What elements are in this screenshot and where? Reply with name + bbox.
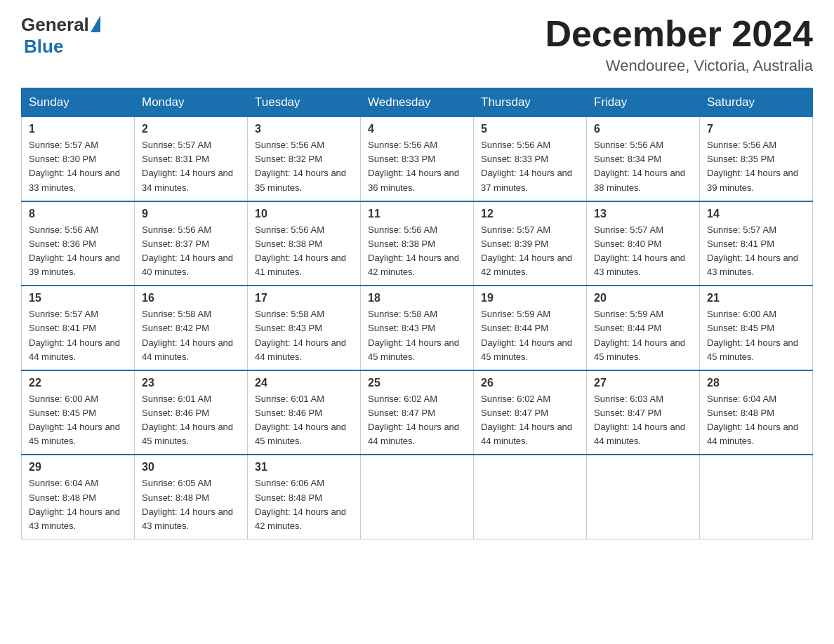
table-row: 27Sunrise: 6:03 AMSunset: 8:47 PMDayligh… <box>587 370 700 455</box>
day-number: 21 <box>707 292 805 304</box>
location-subtitle: Wendouree, Victoria, Australia <box>545 57 813 75</box>
day-number: 11 <box>368 208 466 220</box>
calendar-header-row: Sunday Monday Tuesday Wednesday Thursday… <box>22 88 813 117</box>
day-info: Sunrise: 5:56 AMSunset: 8:35 PMDaylight:… <box>707 138 805 195</box>
table-row: 2Sunrise: 5:57 AMSunset: 8:31 PMDaylight… <box>135 117 248 201</box>
day-number: 16 <box>142 292 240 304</box>
day-info: Sunrise: 5:56 AMSunset: 8:36 PMDaylight:… <box>29 223 127 280</box>
calendar-week-1: 1Sunrise: 5:57 AMSunset: 8:30 PMDaylight… <box>22 117 813 201</box>
table-row: 17Sunrise: 5:58 AMSunset: 8:43 PMDayligh… <box>248 286 361 370</box>
day-info: Sunrise: 5:56 AMSunset: 8:33 PMDaylight:… <box>368 138 466 195</box>
day-info: Sunrise: 5:56 AMSunset: 8:38 PMDaylight:… <box>255 223 353 280</box>
table-row: 8Sunrise: 5:56 AMSunset: 8:36 PMDaylight… <box>22 201 135 286</box>
table-row <box>700 455 813 539</box>
day-info: Sunrise: 5:56 AMSunset: 8:32 PMDaylight:… <box>255 138 353 195</box>
table-row: 26Sunrise: 6:02 AMSunset: 8:47 PMDayligh… <box>474 370 587 455</box>
calendar-table: Sunday Monday Tuesday Wednesday Thursday… <box>21 88 813 539</box>
day-number: 26 <box>481 377 579 389</box>
day-number: 30 <box>142 461 240 474</box>
day-info: Sunrise: 5:56 AMSunset: 8:34 PMDaylight:… <box>594 138 692 195</box>
header-saturday: Saturday <box>700 88 813 117</box>
day-number: 5 <box>481 123 579 135</box>
day-number: 25 <box>368 377 466 389</box>
header-friday: Friday <box>587 88 700 117</box>
table-row: 21Sunrise: 6:00 AMSunset: 8:45 PMDayligh… <box>700 286 813 370</box>
day-info: Sunrise: 5:59 AMSunset: 8:44 PMDaylight:… <box>481 307 579 364</box>
day-number: 7 <box>707 123 805 135</box>
day-info: Sunrise: 6:02 AMSunset: 8:47 PMDaylight:… <box>481 392 579 449</box>
day-info: Sunrise: 6:00 AMSunset: 8:45 PMDaylight:… <box>29 392 127 449</box>
day-info: Sunrise: 6:04 AMSunset: 8:48 PMDaylight:… <box>29 476 127 533</box>
day-number: 10 <box>255 208 353 220</box>
day-info: Sunrise: 5:57 AMSunset: 8:31 PMDaylight:… <box>142 138 240 195</box>
table-row: 18Sunrise: 5:58 AMSunset: 8:43 PMDayligh… <box>361 286 474 370</box>
calendar-week-4: 22Sunrise: 6:00 AMSunset: 8:45 PMDayligh… <box>22 370 813 455</box>
table-row <box>361 455 474 539</box>
day-number: 23 <box>142 377 240 389</box>
table-row: 23Sunrise: 6:01 AMSunset: 8:46 PMDayligh… <box>135 370 248 455</box>
logo: General Blue <box>21 14 100 58</box>
table-row: 5Sunrise: 5:56 AMSunset: 8:33 PMDaylight… <box>474 117 587 201</box>
table-row: 31Sunrise: 6:06 AMSunset: 8:48 PMDayligh… <box>248 455 361 539</box>
table-row: 1Sunrise: 5:57 AMSunset: 8:30 PMDaylight… <box>22 117 135 201</box>
day-info: Sunrise: 6:01 AMSunset: 8:46 PMDaylight:… <box>142 392 240 449</box>
page-header: General Blue December 2024 Wendouree, Vi… <box>21 14 813 75</box>
day-number: 3 <box>255 123 353 135</box>
table-row: 25Sunrise: 6:02 AMSunset: 8:47 PMDayligh… <box>361 370 474 455</box>
day-info: Sunrise: 6:00 AMSunset: 8:45 PMDaylight:… <box>707 307 805 364</box>
title-area: December 2024 Wendouree, Victoria, Austr… <box>545 14 813 75</box>
day-number: 9 <box>142 208 240 220</box>
table-row: 4Sunrise: 5:56 AMSunset: 8:33 PMDaylight… <box>361 117 474 201</box>
calendar-week-5: 29Sunrise: 6:04 AMSunset: 8:48 PMDayligh… <box>22 455 813 539</box>
table-row: 7Sunrise: 5:56 AMSunset: 8:35 PMDaylight… <box>700 117 813 201</box>
day-number: 13 <box>594 208 692 220</box>
day-number: 6 <box>594 123 692 135</box>
day-info: Sunrise: 5:57 AMSunset: 8:41 PMDaylight:… <box>707 223 805 280</box>
day-info: Sunrise: 5:58 AMSunset: 8:43 PMDaylight:… <box>255 307 353 364</box>
day-number: 12 <box>481 208 579 220</box>
day-number: 22 <box>29 377 127 389</box>
table-row: 28Sunrise: 6:04 AMSunset: 8:48 PMDayligh… <box>700 370 813 455</box>
day-number: 4 <box>368 123 466 135</box>
day-info: Sunrise: 5:57 AMSunset: 8:39 PMDaylight:… <box>481 223 579 280</box>
table-row: 15Sunrise: 5:57 AMSunset: 8:41 PMDayligh… <box>22 286 135 370</box>
table-row: 12Sunrise: 5:57 AMSunset: 8:39 PMDayligh… <box>474 201 587 286</box>
header-sunday: Sunday <box>22 88 135 117</box>
table-row: 16Sunrise: 5:58 AMSunset: 8:42 PMDayligh… <box>135 286 248 370</box>
calendar-week-2: 8Sunrise: 5:56 AMSunset: 8:36 PMDaylight… <box>22 201 813 286</box>
day-info: Sunrise: 5:58 AMSunset: 8:42 PMDaylight:… <box>142 307 240 364</box>
header-monday: Monday <box>135 88 248 117</box>
day-info: Sunrise: 5:56 AMSunset: 8:33 PMDaylight:… <box>481 138 579 195</box>
day-info: Sunrise: 6:02 AMSunset: 8:47 PMDaylight:… <box>368 392 466 449</box>
calendar-week-3: 15Sunrise: 5:57 AMSunset: 8:41 PMDayligh… <box>22 286 813 370</box>
day-info: Sunrise: 6:06 AMSunset: 8:48 PMDaylight:… <box>255 476 353 533</box>
month-year-title: December 2024 <box>545 14 813 54</box>
day-info: Sunrise: 6:04 AMSunset: 8:48 PMDaylight:… <box>707 392 805 449</box>
logo-triangle-icon <box>91 15 100 32</box>
table-row: 24Sunrise: 6:01 AMSunset: 8:46 PMDayligh… <box>248 370 361 455</box>
day-number: 8 <box>29 208 127 220</box>
logo-general-text: General <box>21 14 89 36</box>
table-row: 6Sunrise: 5:56 AMSunset: 8:34 PMDaylight… <box>587 117 700 201</box>
day-number: 31 <box>255 461 353 474</box>
table-row: 22Sunrise: 6:00 AMSunset: 8:45 PMDayligh… <box>22 370 135 455</box>
table-row: 3Sunrise: 5:56 AMSunset: 8:32 PMDaylight… <box>248 117 361 201</box>
day-number: 1 <box>29 123 127 135</box>
day-number: 19 <box>481 292 579 304</box>
table-row <box>474 455 587 539</box>
day-number: 2 <box>142 123 240 135</box>
day-number: 29 <box>29 461 127 474</box>
table-row: 29Sunrise: 6:04 AMSunset: 8:48 PMDayligh… <box>22 455 135 539</box>
logo-blue-text: Blue <box>24 36 63 57</box>
table-row: 14Sunrise: 5:57 AMSunset: 8:41 PMDayligh… <box>700 201 813 286</box>
day-info: Sunrise: 6:05 AMSunset: 8:48 PMDaylight:… <box>142 476 240 533</box>
header-wednesday: Wednesday <box>361 88 474 117</box>
day-info: Sunrise: 5:58 AMSunset: 8:43 PMDaylight:… <box>368 307 466 364</box>
header-thursday: Thursday <box>474 88 587 117</box>
day-info: Sunrise: 6:03 AMSunset: 8:47 PMDaylight:… <box>594 392 692 449</box>
day-number: 14 <box>707 208 805 220</box>
day-number: 15 <box>29 292 127 304</box>
day-info: Sunrise: 5:57 AMSunset: 8:30 PMDaylight:… <box>29 138 127 195</box>
table-row <box>587 455 700 539</box>
day-info: Sunrise: 5:57 AMSunset: 8:40 PMDaylight:… <box>594 223 692 280</box>
